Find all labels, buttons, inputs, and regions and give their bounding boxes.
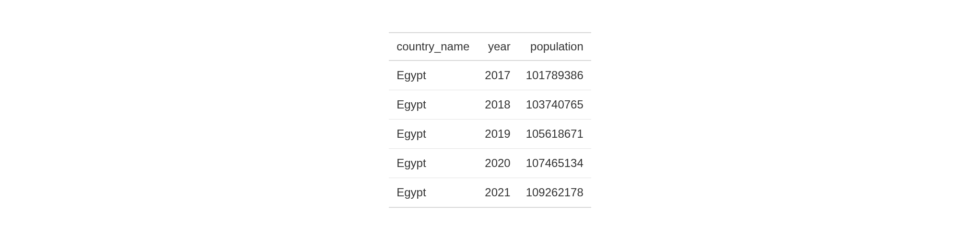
- data-table: country_name year population Egypt 2017 …: [389, 32, 591, 208]
- column-header-year: year: [477, 33, 518, 60]
- column-header-population: population: [518, 33, 591, 60]
- table-row: Egypt 2019 105618671: [389, 120, 591, 149]
- cell-year: 2019: [477, 120, 518, 149]
- cell-population: 105618671: [518, 120, 591, 149]
- cell-country-name: Egypt: [389, 90, 477, 120]
- column-header-country-name: country_name: [389, 33, 477, 60]
- table-row: Egypt 2017 101789386: [389, 60, 591, 90]
- cell-year: 2017: [477, 60, 518, 90]
- table-header-row: country_name year population: [389, 33, 591, 60]
- cell-country-name: Egypt: [389, 60, 477, 90]
- cell-population: 101789386: [518, 60, 591, 90]
- cell-year: 2020: [477, 149, 518, 178]
- table-row: Egypt 2018 103740765: [389, 90, 591, 120]
- cell-country-name: Egypt: [389, 120, 477, 149]
- cell-year: 2021: [477, 178, 518, 208]
- cell-population: 107465134: [518, 149, 591, 178]
- cell-population: 103740765: [518, 90, 591, 120]
- data-table-container: country_name year population Egypt 2017 …: [389, 32, 591, 208]
- cell-country-name: Egypt: [389, 149, 477, 178]
- cell-year: 2018: [477, 90, 518, 120]
- cell-population: 109262178: [518, 178, 591, 208]
- table-row: Egypt 2021 109262178: [389, 178, 591, 208]
- table-row: Egypt 2020 107465134: [389, 149, 591, 178]
- cell-country-name: Egypt: [389, 178, 477, 208]
